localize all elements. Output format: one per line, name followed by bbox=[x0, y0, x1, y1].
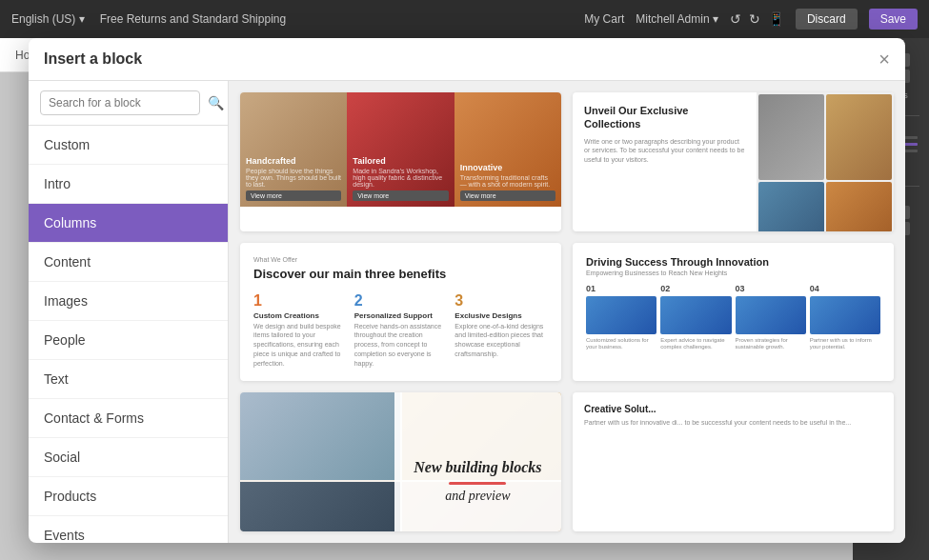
discard-button[interactable]: Discard bbox=[796, 9, 858, 30]
driving-img-1 bbox=[586, 296, 656, 334]
card-driving-layout: Driving Success Through Innovation Empow… bbox=[573, 243, 894, 366]
discover-num-1: 1 bbox=[253, 292, 347, 310]
driving-img-4 bbox=[810, 296, 880, 334]
nb-img-3 bbox=[240, 482, 400, 531]
undo-icon[interactable]: ↺ bbox=[730, 11, 741, 27]
sidebar-item-intro[interactable]: Intro bbox=[29, 165, 228, 204]
discover-columns: 1 Custom Creations We design and build b… bbox=[253, 292, 548, 369]
redo-icon[interactable]: ↻ bbox=[749, 11, 760, 27]
discover-col-1: 1 Custom Creations We design and build b… bbox=[253, 292, 347, 369]
card-discover-layout: What We Offer Discover our main three be… bbox=[240, 243, 561, 382]
sidebar-item-people[interactable]: People bbox=[29, 321, 228, 360]
driving-col-2: 02 Expert advice to navigate complex cha… bbox=[660, 284, 731, 352]
unveil-img-2 bbox=[826, 94, 892, 180]
language-selector[interactable]: English (US) ▾ bbox=[11, 12, 85, 26]
driving-col4-text: Partner with us to inform your potential… bbox=[810, 337, 880, 352]
col-tailored: Tailored Made in Sandra's Workshop, high… bbox=[347, 92, 454, 207]
col1-label: Handcrafted bbox=[246, 156, 341, 166]
block-type-sidebar: 🔍 Custom Intro Columns Content Images Pe… bbox=[29, 81, 229, 543]
driving-num-2: 02 bbox=[660, 284, 731, 293]
unveil-title: Unveil Our Exclusive Collections bbox=[584, 104, 745, 131]
modal-title: Insert a block bbox=[44, 50, 142, 68]
modal-close-button[interactable]: × bbox=[879, 50, 890, 69]
preview-card-new-building[interactable]: New building blocks and preview bbox=[240, 392, 561, 531]
unveil-text-side: Unveil Our Exclusive Collections Write o… bbox=[573, 92, 757, 231]
discover-sup: What We Offer bbox=[253, 256, 548, 263]
top-bar: English (US) ▾ Free Returns and Standard… bbox=[0, 0, 929, 38]
col-handcrafted: Handcrafted People should love the thing… bbox=[240, 92, 347, 207]
discover-col-2: 2 Personalized Support Receive hands-on … bbox=[354, 292, 448, 369]
col3-desc: Transforming traditional crafts — with a… bbox=[460, 174, 555, 188]
sidebar-item-social[interactable]: Social bbox=[29, 438, 228, 477]
creative-text: Partner with us for innovative di... to … bbox=[584, 418, 882, 428]
discover-col3-text: Explore one-of-a-kind designs and limite… bbox=[454, 322, 548, 359]
col2-btn: View more bbox=[353, 190, 448, 201]
sidebar-item-custom[interactable]: Custom bbox=[29, 126, 228, 165]
modal-body: 🔍 Custom Intro Columns Content Images Pe… bbox=[29, 81, 905, 543]
card-new-building-layout: New building blocks and preview bbox=[240, 392, 561, 531]
user-menu[interactable]: Mitchell Admin ▾ bbox=[636, 12, 718, 26]
preview-card-driving[interactable]: Driving Success Through Innovation Empow… bbox=[573, 243, 894, 382]
card-image-columns: Handcrafted People should love the thing… bbox=[240, 92, 561, 207]
discover-num-2: 2 bbox=[354, 292, 448, 310]
driving-col1-text: Customized solutions for your business. bbox=[586, 337, 656, 352]
driving-columns: 01 Customized solutions for your busines… bbox=[586, 284, 880, 352]
insert-block-modal: Insert a block × 🔍 Custom Intro Columns … bbox=[29, 38, 905, 543]
discover-col2-title: Personalized Support bbox=[354, 311, 448, 320]
sidebar-item-contact-forms[interactable]: Contact & Forms bbox=[29, 399, 228, 438]
sidebar-item-content[interactable]: Content bbox=[29, 243, 228, 282]
cart-link[interactable]: My Cart bbox=[584, 12, 624, 26]
card-unveil-layout: Unveil Our Exclusive Collections Write o… bbox=[573, 92, 894, 231]
modal-header: Insert a block × bbox=[29, 38, 905, 81]
search-icon[interactable]: 🔍 bbox=[208, 95, 224, 110]
sidebar-item-images[interactable]: Images bbox=[29, 282, 228, 321]
discover-col1-title: Custom Creations bbox=[253, 311, 347, 320]
discover-col3-title: Exclusive Designs bbox=[454, 311, 548, 320]
nb-subtitle: and preview bbox=[445, 489, 510, 504]
search-input[interactable] bbox=[40, 90, 200, 115]
top-bar-left: English (US) ▾ Free Returns and Standard… bbox=[11, 12, 286, 26]
driving-img-2 bbox=[660, 296, 731, 334]
top-bar-right: My Cart Mitchell Admin ▾ ↺ ↻ 📱 Discard S… bbox=[584, 9, 918, 30]
driving-img-3 bbox=[736, 296, 806, 334]
search-container: 🔍 bbox=[29, 81, 228, 126]
nb-overlay: New building blocks and preview bbox=[394, 392, 561, 531]
driving-num-3: 03 bbox=[736, 284, 806, 293]
col1-btn: View more bbox=[246, 190, 341, 201]
unveil-img-4 bbox=[826, 182, 892, 231]
sidebar-item-columns[interactable]: Columns bbox=[29, 204, 228, 243]
unveil-images bbox=[757, 92, 894, 231]
sidebar-item-products[interactable]: Products bbox=[29, 477, 228, 516]
discover-col1-text: We design and build bespoke items tailor… bbox=[253, 322, 347, 369]
discover-col-3: 3 Exclusive Designs Explore one-of-a-kin… bbox=[454, 292, 548, 369]
preview-card-unveil[interactable]: Unveil Our Exclusive Collections Write o… bbox=[573, 92, 894, 231]
sidebar-nav: Custom Intro Columns Content Images Peop… bbox=[29, 126, 228, 543]
preview-card-discover[interactable]: What We Offer Discover our main three be… bbox=[240, 243, 561, 382]
col3-label: Innovative bbox=[460, 163, 555, 172]
driving-title: Driving Success Through Innovation bbox=[586, 256, 880, 268]
sidebar-item-text[interactable]: Text bbox=[29, 360, 228, 399]
sidebar-item-events[interactable]: Events bbox=[29, 516, 228, 543]
driving-col3-text: Proven strategies for sustainable growth… bbox=[736, 337, 806, 352]
col-innovative: Innovative Transforming traditional craf… bbox=[454, 92, 561, 207]
preview-card-image-cols[interactable]: Handcrafted People should love the thing… bbox=[240, 92, 561, 231]
top-bar-icons: ↺ ↻ 📱 bbox=[730, 11, 784, 27]
nb-underline bbox=[449, 482, 506, 485]
driving-col-1: 01 Customized solutions for your busines… bbox=[586, 284, 656, 352]
preview-card-creative[interactable]: Creative Solut... Partner with us for in… bbox=[573, 392, 894, 531]
col3-btn: View more bbox=[460, 190, 555, 201]
save-button[interactable]: Save bbox=[869, 9, 918, 30]
creative-title: Creative Solut... bbox=[584, 404, 882, 414]
discover-col2-text: Receive hands-on assistance throughout t… bbox=[354, 322, 448, 369]
col2-label: Tailored bbox=[353, 156, 448, 166]
device-icon[interactable]: 📱 bbox=[768, 11, 784, 27]
discover-num-3: 3 bbox=[454, 292, 548, 310]
unveil-img-1 bbox=[758, 94, 824, 180]
col1-desc: People should love the things they own. … bbox=[246, 168, 341, 188]
nb-img-1 bbox=[240, 392, 400, 480]
driving-num-4: 04 bbox=[810, 284, 880, 293]
driving-col-4: 04 Partner with us to inform your potent… bbox=[810, 284, 880, 352]
shipping-text: Free Returns and Standard Shipping bbox=[100, 12, 286, 26]
driving-sub: Empowering Businesses to Reach New Heigh… bbox=[586, 270, 880, 276]
discover-title: Discover our main three benefits bbox=[253, 267, 548, 283]
